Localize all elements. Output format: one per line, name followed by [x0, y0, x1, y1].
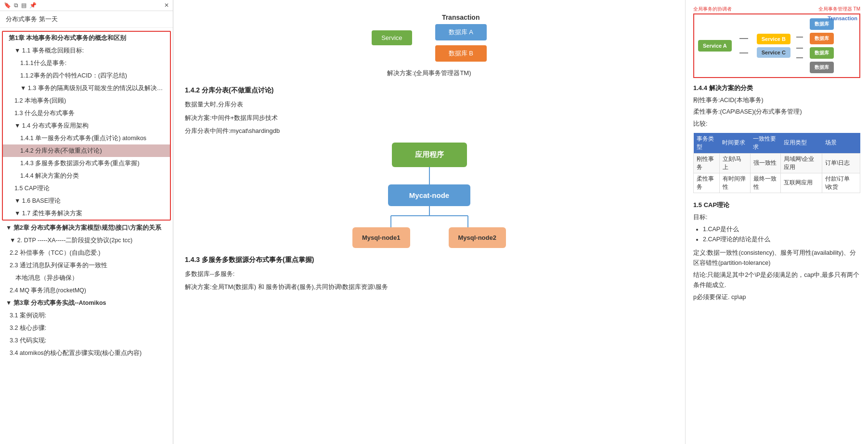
cell-rigid-app: 局域网\企业应用: [781, 153, 822, 173]
sidebar-item-24[interactable]: 2.4 MQ 事务消息(rocketMQ): [0, 284, 173, 297]
app-box: 应用程序: [392, 143, 467, 167]
col-time: 时间要求: [719, 133, 750, 154]
sidebar-item-23[interactable]: 2.3 通过消息队列保证事务的一致性: [0, 259, 173, 272]
db-b-box: 数据库 B: [435, 45, 487, 62]
col-scene: 场景: [822, 133, 860, 154]
sidebar-item-31[interactable]: 3.1 案例说明:: [0, 309, 173, 322]
sidebar-item-13[interactable]: 1.3 什么是分布式事务: [3, 107, 170, 119]
arrows-mid-right: [796, 31, 804, 60]
cell-flex-cons: 最终一致性: [750, 173, 780, 193]
service-a-box: Service A: [698, 40, 732, 52]
section-144: 1.4.4 解决方案的分类 刚性事务:ACID(本地事务) 柔性事务:(CAP\…: [693, 84, 860, 193]
bookmark-icon[interactable]: 🔖: [4, 2, 11, 9]
transaction-diagram: Service Transaction 数据库 A 数据库 B: [185, 13, 674, 62]
service-c-box: Service C: [757, 47, 790, 58]
section-15-title: 1.5 CAP理论: [693, 201, 860, 209]
db2-box: 数据库: [810, 33, 834, 44]
table-row: 刚性事务 立刻\马上 强一致性 局域网\企业应用 订单\日志: [694, 153, 860, 173]
col-app: 应用类型: [781, 133, 822, 154]
sidebar-item-141[interactable]: 1.4.1 单一服务分布式事务(重点讨论) atomikos: [3, 132, 170, 144]
sidebar-item-12[interactable]: 1.2 本地事务(回顾): [3, 94, 170, 107]
tree-container: 第1章 本地事务和分布式事务的概念和区别 ▼ 1.1 事务概念回顾目标: 1.1…: [0, 28, 173, 444]
pin-icon[interactable]: 📌: [29, 2, 37, 9]
rigid-label: 刚性事务:ACID(本地事务): [693, 95, 860, 105]
text2: 多数据库--多服务:: [185, 268, 674, 279]
chapter1-group: 第1章 本地事务和分布式事务的概念和区别 ▼ 1.1 事务概念回顾目标: 1.1…: [2, 31, 171, 221]
sidebar-title: 分布式事务 第一天: [0, 11, 173, 28]
cell-rigid-scene: 订单\日志: [822, 153, 860, 173]
sidebar-item-17[interactable]: ▼ 1.7 柔性事务解决方案: [3, 207, 170, 220]
cap-goal: 目标:: [693, 212, 860, 222]
sidebar-item-2dtp[interactable]: ▼ 2. DTP -----XA-----二阶段提交协议(2pc tcc): [0, 234, 173, 247]
full-tm-right-label: 全局事务管理器 TM: [818, 6, 860, 13]
section-144-title: 1.4.4 解决方案的分类: [693, 84, 860, 92]
sidebar: 🔖 ⧉ ▤ 📌 ✕ 分布式事务 第一天 第1章 本地事务和分布式事务的概念和区别…: [0, 0, 173, 444]
layout-icon[interactable]: ▤: [21, 2, 26, 9]
arrows-left-mid: [739, 31, 749, 60]
mycat-box: Mycat-node: [388, 184, 470, 206]
sidebar-item-111[interactable]: 1.1.1什么是事务:: [3, 57, 170, 69]
sidebar-item-15[interactable]: 1.5 CAP理论: [3, 182, 170, 195]
section-143-title: 1.4.3 多服务多数据源分布式事务(重点掌握): [185, 256, 674, 264]
right-panel: 全局事务的协调者 全局事务管理器 TM Transaction Service …: [685, 0, 868, 444]
trans-label-right: Transaction: [828, 15, 857, 21]
branch-lines-svg: [352, 206, 506, 227]
col-consistency: 一致性要求: [750, 133, 780, 154]
cell-flex-app: 互联网应用: [781, 173, 822, 193]
full-tm-labels: 全局事务的协调者 全局事务管理器 TM: [693, 6, 860, 13]
full-tm-left-label: 全局事务的协调者: [693, 6, 732, 13]
sidebar-item-142[interactable]: 1.4.2 分库分表(不做重点讨论): [3, 144, 170, 157]
service-box: Service: [372, 30, 412, 45]
solution1-text: 解决方案:(全局事务管理器TM): [185, 67, 674, 78]
db4-box: 数据库: [810, 62, 834, 73]
sidebar-item-ch3[interactable]: ▼ 第3章 分布式事务实战--Atomikos: [0, 297, 173, 309]
sidebar-item-22[interactable]: 2.2 补偿事务（TCC）(自由恋爱.): [0, 247, 173, 259]
cap-bullet-1: 1.CAP是什么: [703, 224, 860, 235]
main-content: Service Transaction 数据库 A 数据库 B 解决方案:(全局…: [173, 0, 685, 444]
solution3-text: 解决方案:全局TM(数据库) 和 服务协调者(服务),共同协调\数据库资源\服务: [185, 281, 674, 292]
cell-flex-time: 有时间弹性: [719, 173, 750, 193]
sidebar-item-23l[interactable]: 本地消息（异步确保）: [0, 272, 173, 284]
sidebar-item-33[interactable]: 3.3 代码实现:: [0, 334, 173, 347]
copy-icon[interactable]: ⧉: [14, 2, 18, 9]
sidebar-item-34[interactable]: 3.4 atomikos的核心配置步骤实现(核心重点内容): [0, 347, 173, 359]
middleware-text: 分库分表中间件:mycat\shardingdb: [185, 125, 674, 136]
sidebar-item-13iso[interactable]: ▼ 1.3 事务的隔离级别及可能发生的情况以及解决方案: [3, 82, 170, 94]
sidebar-item-16[interactable]: ▼ 1.6 BASE理论: [3, 195, 170, 207]
db-a-box: 数据库 A: [435, 24, 487, 40]
cap-p: p必须要保证. cp\ap: [693, 292, 860, 302]
section-142-title: 1.4.2 分库分表(不做重点讨论): [185, 86, 674, 95]
sidebar-item-112[interactable]: 1.1.2事务的四个特性ACID：(四字总结): [3, 69, 170, 82]
solution2-text: 解决方案:中间件+数据库同步技术: [185, 112, 674, 123]
text1: 数据量大时,分库分表: [185, 99, 674, 110]
top-right-diagram: Transaction Service A Service B Service …: [693, 13, 860, 78]
cap-bullets: 1.CAP是什么 2.CAP理论的结论是什么: [703, 224, 860, 245]
sidebar-item-ch1[interactable]: 第1章 本地事务和分布式事务的概念和区别: [3, 32, 170, 44]
sidebar-item-143[interactable]: 1.4.3 多服务多数据源分布式事务(重点掌握): [3, 157, 170, 170]
compare-table: 事务类型 时间要求 一致性要求 应用类型 场景 刚性事务 立刻\马上 强一致性 …: [693, 133, 860, 193]
cell-rigid-type: 刚性事务: [694, 153, 720, 173]
cap-conclusion: 结论:只能满足其中2个\P是必须满足的，cap中,最多只有两个条件能成立.: [693, 270, 860, 291]
flexible-label: 柔性事务:(CAP\BASE)(分布式事务管理): [693, 107, 860, 117]
col-type: 事务类型: [694, 133, 720, 154]
transaction-label: Transaction: [442, 13, 480, 21]
sidebar-item-14[interactable]: ▼ 1.4 分布式事务应用架构: [3, 119, 170, 132]
cap-bullet-2: 2.CAP理论的结论是什么: [703, 235, 860, 245]
cell-flex-scene: 付款\订单\收货: [822, 173, 860, 193]
table-row: 柔性事务 有时间弹性 最终一致性 互联网应用 付款\订单\收货: [694, 173, 860, 193]
mycat-diagram: 应用程序 Mycat-node Mysql-node1 Mysql-node2: [185, 143, 674, 248]
sidebar-item-144[interactable]: 1.4.4 解决方案的分类: [3, 170, 170, 182]
service-b-box: Service B: [757, 34, 790, 44]
db3-box: 数据库: [810, 47, 834, 59]
close-button[interactable]: ✕: [164, 2, 169, 9]
mysql1-box: Mysql-node1: [352, 227, 410, 248]
compare-label: 比较:: [693, 119, 860, 129]
sidebar-item-32[interactable]: 3.2 核心步骤:: [0, 322, 173, 334]
cell-flex-type: 柔性事务: [694, 173, 720, 193]
sidebar-toolbar: 🔖 ⧉ ▤ 📌 ✕: [0, 0, 173, 11]
cell-rigid-cons: 强一致性: [750, 153, 780, 173]
mysql2-box: Mysql-node2: [449, 227, 506, 248]
sidebar-item-11[interactable]: ▼ 1.1 事务概念回顾目标:: [3, 44, 170, 57]
sidebar-item-ch2[interactable]: ▼ 第2章 分布式事务解决方案模型\规范\接口\方案的关系: [0, 222, 173, 234]
cap-def: 定义:数据一致性(consistency)、服务可用性(availability…: [693, 248, 860, 269]
